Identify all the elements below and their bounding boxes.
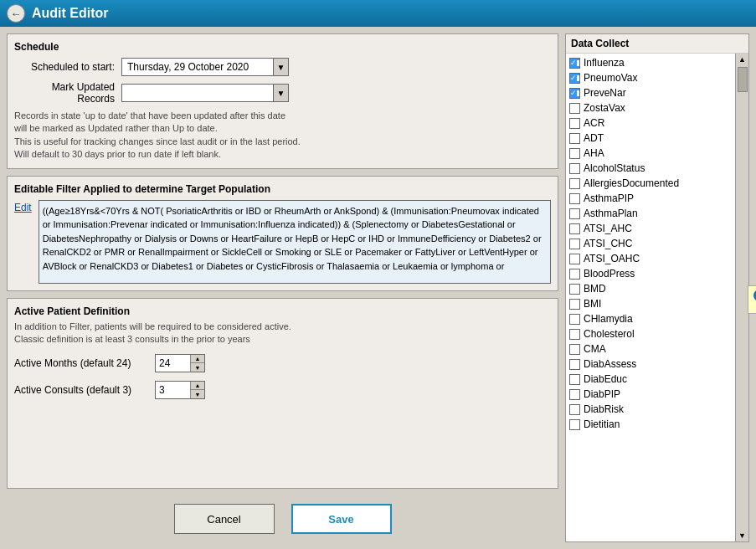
dc-label: ZostaVax: [584, 102, 625, 114]
dc-item[interactable]: BMI: [568, 296, 733, 311]
dc-checkbox[interactable]: ✓: [569, 73, 580, 84]
dc-item[interactable]: ATSI_CHC: [568, 236, 733, 251]
dc-item[interactable]: BMD: [568, 281, 733, 296]
dc-label: ATSI_CHC: [584, 238, 632, 249]
dc-item[interactable]: AHA: [568, 146, 733, 161]
scrollbar-thumb[interactable]: [738, 67, 748, 92]
page-title: Audit Editor: [32, 6, 109, 21]
save-button[interactable]: Save: [291, 504, 392, 534]
dc-label: BMD: [584, 283, 606, 295]
dc-checkbox[interactable]: [569, 269, 580, 280]
dc-checkbox[interactable]: [569, 148, 580, 159]
dc-item[interactable]: ACR: [568, 115, 733, 131]
active-months-up[interactable]: ▲: [191, 355, 204, 363]
dc-item[interactable]: ATSI_AHC: [568, 221, 733, 236]
active-consults-value: 3: [156, 382, 190, 398]
dc-label: CHlamydia: [584, 313, 633, 325]
dc-checkbox[interactable]: [569, 193, 580, 204]
dc-label: ATSI_AHC: [584, 223, 632, 234]
active-consults-spinner[interactable]: 3 ▲ ▼: [155, 381, 205, 399]
mark-updated-dropdown[interactable]: ▼: [121, 84, 289, 102]
edit-link[interactable]: Edit: [14, 202, 32, 213]
filter-section: Editable Filter Applied to determine Tar…: [7, 176, 558, 291]
filter-text: ((Age≥18Yrs&<70Yrs & NOT( PsoriaticArthr…: [39, 200, 551, 284]
dc-item[interactable]: AsthmaPlan: [568, 206, 733, 221]
dc-checkbox[interactable]: [569, 419, 580, 430]
dc-checkbox[interactable]: [569, 103, 580, 114]
dc-checkbox[interactable]: [569, 133, 580, 144]
dc-item[interactable]: ✓PneumoVax: [568, 70, 733, 85]
scheduled-to-start-label: Scheduled to start:: [14, 61, 115, 73]
active-consults-up[interactable]: ▲: [191, 382, 204, 390]
filter-content: Edit ((Age≥18Yrs&<70Yrs & NOT( Psoriatic…: [14, 200, 551, 284]
dc-item[interactable]: AlcoholStatus: [568, 161, 733, 176]
dc-label: AsthmaPlan: [584, 208, 638, 219]
dc-checkbox[interactable]: [569, 359, 580, 370]
dc-label: ADT: [584, 132, 604, 144]
dc-item[interactable]: ATSI_OAHC: [568, 251, 733, 266]
dc-item[interactable]: ADT: [568, 131, 733, 146]
dc-checkbox[interactable]: [569, 389, 580, 400]
date-dropdown-arrow[interactable]: ▼: [273, 59, 288, 75]
dc-checkbox[interactable]: [569, 208, 580, 219]
dc-item[interactable]: DiabRisk: [568, 402, 733, 417]
date-dropdown[interactable]: Thursday, 29 October 2020 ▼: [121, 58, 289, 76]
dc-item[interactable]: AsthmaPIP: [568, 191, 733, 206]
dc-item[interactable]: AllergiesDocumented: [568, 176, 733, 191]
dc-checkbox[interactable]: [569, 404, 580, 415]
dc-item[interactable]: Cholesterol: [568, 326, 733, 341]
help-tooltip: i Help ReportItems: [748, 285, 756, 314]
dc-checkbox[interactable]: [569, 344, 580, 355]
schedule-hint: Records in state 'up to date' that have …: [14, 110, 551, 162]
dc-checkbox[interactable]: [569, 284, 580, 295]
dc-checkbox[interactable]: [569, 329, 580, 340]
dc-label: Influenza: [584, 57, 625, 69]
dc-item[interactable]: CMA: [568, 341, 733, 357]
dc-item[interactable]: ZostaVax: [568, 100, 733, 115]
back-button[interactable]: ←: [7, 4, 25, 23]
title-bar: ← Audit Editor: [0, 0, 756, 27]
left-panel: Schedule Scheduled to start: Thursday, 2…: [7, 33, 558, 542]
dc-checkbox[interactable]: [569, 178, 580, 189]
mark-updated-value: [122, 91, 273, 95]
cancel-button[interactable]: Cancel: [174, 504, 275, 534]
filter-title: Editable Filter Applied to determine Tar…: [14, 183, 551, 195]
scrollbar[interactable]: ▲ ▼: [735, 54, 748, 541]
mark-updated-arrow[interactable]: ▼: [273, 85, 288, 101]
dc-checkbox[interactable]: [569, 254, 580, 264]
dc-checkbox[interactable]: [569, 118, 580, 129]
right-panel: Data Collect ✓Influenza✓PneumoVax✓PreveN…: [565, 33, 749, 542]
dc-checkbox[interactable]: [569, 299, 580, 310]
dc-item[interactable]: DiabAssess: [568, 357, 733, 372]
dc-item[interactable]: Dietitian: [568, 417, 733, 432]
active-months-down[interactable]: ▼: [191, 363, 204, 372]
dc-label: ATSI_OAHC: [584, 253, 640, 264]
scroll-up-arrow[interactable]: ▲: [738, 55, 746, 64]
scroll-down-arrow[interactable]: ▼: [738, 531, 746, 540]
dc-item[interactable]: ✓Influenza: [568, 55, 733, 70]
dc-item[interactable]: ✓PreveNar: [568, 85, 733, 100]
dc-checkbox[interactable]: [569, 163, 580, 174]
dc-checkbox[interactable]: [569, 239, 580, 249]
mark-updated-row: Mark Updated Records ▼: [14, 81, 551, 105]
dc-item[interactable]: BloodPress: [568, 266, 733, 281]
mark-updated-label: Mark Updated Records: [14, 81, 115, 105]
dc-item[interactable]: CHlamydia: [568, 311, 733, 326]
dc-item[interactable]: DiabPIP: [568, 387, 733, 402]
scheduled-to-start-row: Scheduled to start: Thursday, 29 October…: [14, 58, 551, 76]
dc-checkbox[interactable]: ✓: [569, 58, 580, 69]
dc-checkbox[interactable]: [569, 374, 580, 385]
dc-checkbox[interactable]: [569, 314, 580, 325]
dc-label: Dietitian: [584, 418, 620, 430]
data-collect-inner: ✓Influenza✓PneumoVax✓PreveNarZostaVaxACR…: [566, 54, 748, 541]
dc-checkbox[interactable]: [569, 223, 580, 234]
dc-item[interactable]: DiabEduc: [568, 372, 733, 387]
active-months-arrows[interactable]: ▲ ▼: [190, 355, 204, 372]
data-collect-list: ✓Influenza✓PneumoVax✓PreveNarZostaVaxACR…: [566, 54, 735, 541]
active-months-spinner[interactable]: 24 ▲ ▼: [155, 354, 205, 372]
bottom-buttons: Cancel Save: [7, 495, 558, 542]
active-consults-down[interactable]: ▼: [191, 390, 204, 398]
active-consults-arrows[interactable]: ▲ ▼: [190, 382, 204, 398]
dc-label: DiabRisk: [584, 403, 624, 415]
dc-checkbox[interactable]: ✓: [569, 88, 580, 99]
